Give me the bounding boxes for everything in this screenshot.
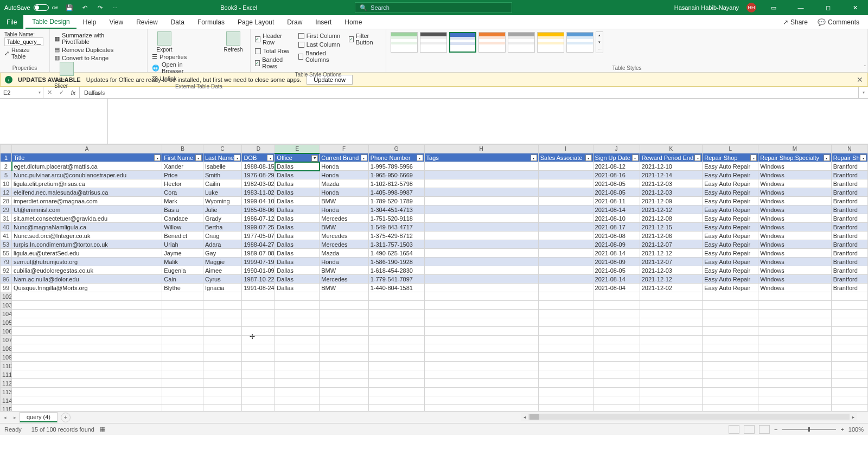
cell[interactable]: 1991-08-24 <box>242 284 275 292</box>
cell[interactable] <box>162 370 203 379</box>
cell[interactable]: 2021-08-17 <box>593 223 640 232</box>
cell[interactable]: Candace <box>162 214 203 223</box>
formula-expand-icon[interactable]: ▾ <box>858 87 868 98</box>
row-header[interactable]: 102 <box>1 292 12 301</box>
cell[interactable] <box>320 301 368 310</box>
insert-slicer-button[interactable]: Insert Slicer <box>54 62 79 89</box>
cell[interactable] <box>424 370 538 379</box>
cell[interactable] <box>368 301 424 310</box>
cell[interactable] <box>424 249 538 258</box>
cell[interactable]: Wyoming <box>203 197 241 205</box>
cell[interactable]: BMW <box>320 284 368 292</box>
cell[interactable]: 2021-12-07 <box>640 240 703 249</box>
cell[interactable] <box>320 353 368 362</box>
row-header[interactable]: 5 <box>1 171 12 179</box>
cell[interactable] <box>320 292 368 301</box>
cell[interactable]: Easy Auto Repair <box>703 258 758 266</box>
cell[interactable] <box>424 362 538 370</box>
cell[interactable] <box>831 318 867 327</box>
cell[interactable] <box>538 275 593 284</box>
filter-dropdown-icon[interactable]: ▾ <box>694 155 701 161</box>
tab-insert[interactable]: Insert <box>309 15 338 29</box>
cell[interactable] <box>242 318 275 327</box>
cell[interactable] <box>424 275 538 284</box>
cell[interactable] <box>12 344 162 353</box>
cell[interactable] <box>242 301 275 310</box>
row-header[interactable]: 96 <box>1 275 12 284</box>
cell[interactable] <box>275 344 320 353</box>
refresh-button[interactable]: Refresh <box>221 31 246 53</box>
tab-page-layout[interactable]: Page Layout <box>231 15 280 29</box>
table-header-cell[interactable]: DOB▾ <box>242 153 275 162</box>
summarize-pivot-button[interactable]: ▦Summarize with PivotTable <box>54 31 119 46</box>
column-header-A[interactable]: A <box>12 145 162 153</box>
column-header-J[interactable]: J <box>593 145 640 153</box>
cell[interactable]: Windows <box>758 240 831 249</box>
cell[interactable] <box>203 327 241 336</box>
cell[interactable]: Jayme <box>162 249 203 258</box>
cell[interactable]: Cora <box>162 188 203 197</box>
cell[interactable]: Brantford <box>831 205 867 214</box>
tab-home[interactable]: Home <box>338 15 368 29</box>
cell[interactable] <box>758 336 831 344</box>
cell[interactable] <box>831 292 867 301</box>
cell[interactable]: Dallas <box>275 171 320 179</box>
cell[interactable] <box>640 292 703 301</box>
row-header[interactable]: 41 <box>1 232 12 240</box>
cell[interactable]: Eugenia <box>162 266 203 275</box>
cell[interactable]: Hector <box>162 179 203 188</box>
cell[interactable]: Windows <box>758 223 831 232</box>
cell[interactable] <box>758 353 831 362</box>
cell[interactable] <box>203 336 241 344</box>
cell[interactable]: Mercedes <box>320 240 368 249</box>
cell[interactable]: Dallas <box>275 284 320 292</box>
banded-rows-check[interactable]: ✓Banded Rows <box>255 55 292 70</box>
cell[interactable]: Easy Auto Repair <box>703 214 758 223</box>
cell[interactable] <box>538 292 593 301</box>
cell[interactable]: 1-311-757-1503 <box>368 240 424 249</box>
cell[interactable] <box>640 405 703 412</box>
column-header-N[interactable]: N <box>831 145 867 153</box>
spreadsheet-grid[interactable]: ABCDEFGHIJKLMN1Title▾First Name▾Last Nam… <box>0 144 868 411</box>
cell[interactable]: Honda <box>320 205 368 214</box>
cell[interactable]: Honda <box>320 162 368 171</box>
cell[interactable]: Bertha <box>203 223 241 232</box>
cell[interactable]: Benedict <box>162 232 203 240</box>
filter-button-check[interactable]: ✓Filter Button <box>349 31 381 47</box>
cell[interactable]: 2021-08-14 <box>593 205 640 214</box>
cell[interactable]: 1-618-454-2830 <box>368 266 424 275</box>
cell[interactable]: Easy Auto Repair <box>703 284 758 292</box>
filter-dropdown-icon[interactable]: ▾ <box>860 155 866 161</box>
cell[interactable] <box>593 301 640 310</box>
cell[interactable]: Brantford <box>831 214 867 223</box>
cell[interactable]: Nunc@magnaNamligula.ca <box>12 223 162 232</box>
cell[interactable]: 2021-12-06 <box>640 232 703 240</box>
cell[interactable]: 2021-12-15 <box>640 223 703 232</box>
cell[interactable] <box>538 396 593 405</box>
cell[interactable] <box>275 362 320 370</box>
cell[interactable]: 2021-08-10 <box>593 214 640 223</box>
cell[interactable] <box>368 292 424 301</box>
add-sheet-button[interactable]: + <box>61 413 71 422</box>
cell[interactable]: Brantford <box>831 266 867 275</box>
cell[interactable]: ligula.elit.pretium@risus.ca <box>12 179 162 188</box>
cell[interactable]: 1999-07-25 <box>242 223 275 232</box>
cell[interactable] <box>424 336 538 344</box>
cell[interactable] <box>368 327 424 336</box>
cell[interactable] <box>831 336 867 344</box>
tab-file[interactable]: File <box>0 15 23 29</box>
cell[interactable]: 1-375-429-8712 <box>368 232 424 240</box>
cell[interactable] <box>162 310 203 318</box>
cell[interactable] <box>538 179 593 188</box>
cell[interactable] <box>593 336 640 344</box>
cell[interactable]: 1-751-520-9118 <box>368 214 424 223</box>
cell[interactable] <box>275 396 320 405</box>
table-header-cell[interactable]: Sign Up Date▾ <box>593 153 640 162</box>
cell[interactable] <box>320 362 368 370</box>
cell[interactable] <box>12 370 162 379</box>
row-header[interactable]: 12 <box>1 188 12 197</box>
redo-icon[interactable]: ↷ <box>93 2 106 13</box>
cell[interactable]: Dallas <box>275 258 320 266</box>
cell[interactable] <box>242 310 275 318</box>
cell[interactable]: 1-965-950-6669 <box>368 171 424 179</box>
